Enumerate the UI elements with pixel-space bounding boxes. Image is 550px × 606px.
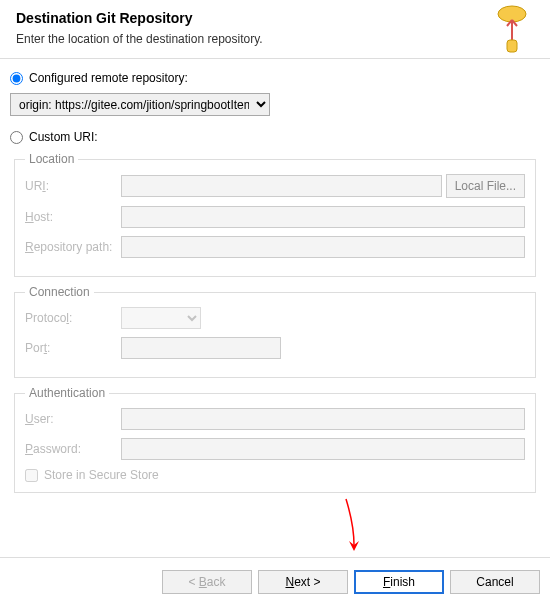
secure-store-checkbox [25,469,38,482]
repo-path-label: Repository path: [25,240,121,254]
password-row: Password: [25,438,525,460]
next-button[interactable]: Next > [258,570,348,594]
auth-fieldset: Authentication User: Password: Store in … [14,386,536,493]
cloud-upload-icon [492,4,532,57]
configured-remote-label: Configured remote repository: [29,71,188,85]
dialog-header: Destination Git Repository Enter the loc… [0,0,550,58]
dialog-title: Destination Git Repository [16,10,534,26]
user-input [121,408,525,430]
uri-label: URI: [25,179,121,193]
password-input [121,438,525,460]
uri-row: URI: Local File... [25,174,525,198]
location-legend: Location [25,152,78,166]
protocol-select [121,307,201,329]
finish-button[interactable]: Finish [354,570,444,594]
user-label: User: [25,412,121,426]
connection-legend: Connection [25,285,94,299]
protocol-row: Protocol: [25,307,525,329]
port-label: Port: [25,341,121,355]
custom-uri-row[interactable]: Custom URI: [10,130,540,144]
repo-path-row: Repository path: [25,236,525,258]
configured-remote-row[interactable]: Configured remote repository: [10,71,540,85]
button-bar: < Back Next > Finish Cancel [0,557,550,606]
dialog-content: Configured remote repository: origin: ht… [0,58,550,511]
connection-fieldset: Connection Protocol: Port: [14,285,536,378]
uri-input [121,175,442,197]
host-label: Host: [25,210,121,224]
port-row: Port: [25,337,525,359]
local-file-button: Local File... [446,174,525,198]
annotation-arrow-icon [340,495,370,558]
repo-path-input [121,236,525,258]
port-input [121,337,281,359]
custom-uri-radio[interactable] [10,131,23,144]
svg-rect-1 [507,40,517,52]
secure-store-row: Store in Secure Store [25,468,525,482]
user-row: User: [25,408,525,430]
remote-repo-select[interactable]: origin: https://gitee.com/jition/springb… [10,93,270,116]
host-input [121,206,525,228]
location-fieldset: Location URI: Local File... Host: Reposi… [14,152,536,277]
secure-store-label: Store in Secure Store [44,468,159,482]
custom-uri-label: Custom URI: [29,130,98,144]
protocol-label: Protocol: [25,311,121,325]
auth-legend: Authentication [25,386,109,400]
password-label: Password: [25,442,121,456]
cancel-button[interactable]: Cancel [450,570,540,594]
host-row: Host: [25,206,525,228]
dialog-subtitle: Enter the location of the destination re… [16,32,534,46]
svg-point-0 [498,6,526,22]
configured-remote-radio[interactable] [10,72,23,85]
back-button: < Back [162,570,252,594]
